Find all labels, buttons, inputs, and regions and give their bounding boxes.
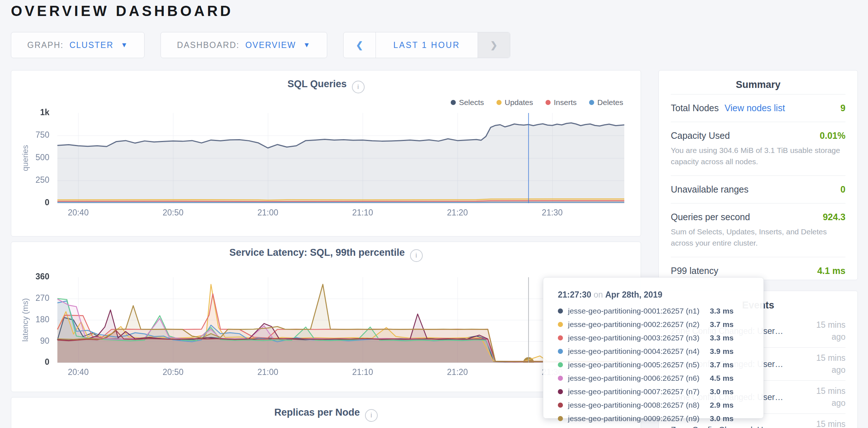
graph-dropdown-value: CLUSTER [69, 40, 113, 50]
tooltip-row: jesse-geo-partitioning-0005:26257 (n5) 3… [558, 358, 748, 371]
summary-title: Summary [671, 70, 845, 94]
time-window-label: LAST 1 HOUR [393, 40, 460, 50]
series-dot [558, 376, 563, 381]
summary-value: 9 [840, 103, 845, 113]
tooltip-row: jesse-geo-partitioning-0001:26257 (n1) 3… [558, 304, 748, 318]
tooltip-row: jesse-geo-partitioning-0006:26257 (n6) 4… [558, 371, 748, 385]
event-time: 15 mins ago [809, 319, 845, 343]
time-window-selector: ❮ LAST 1 HOUR ❯ [343, 32, 510, 58]
summary-panel: Summary Total Nodes View nodes list 9 Ca… [658, 70, 858, 280]
dashboard-dropdown-value: OVERVIEW [245, 40, 296, 50]
overview-dashboard-page: OVERVIEW DASHBOARD GRAPH: CLUSTER ▼ DASH… [0, 0, 868, 428]
series-dot [558, 349, 563, 354]
summary-label: Total Nodes [671, 103, 719, 113]
caret-down-icon: ▼ [303, 41, 311, 49]
series-dot [558, 308, 563, 314]
tooltip-row: jesse-geo-partitioning-0004:26257 (n4) 3… [558, 344, 748, 358]
event-time: 15 mins ago [809, 385, 845, 409]
series-dot [558, 335, 563, 340]
chevron-right-icon: ❯ [490, 40, 498, 50]
series-dot [558, 362, 563, 367]
tooltip-row: jesse-geo-partitioning-0008:26257 (n8) 2… [558, 398, 748, 412]
graph-dropdown[interactable]: GRAPH: CLUSTER ▼ [11, 32, 145, 58]
view-nodes-list-link[interactable]: View nodes list [725, 103, 785, 113]
summary-row-total-nodes: Total Nodes View nodes list 9 [671, 94, 845, 122]
summary-label: P99 latency [671, 266, 718, 276]
event-text: Zone Config Changed: User… [671, 425, 809, 428]
summary-label: Unavailable ranges [671, 184, 749, 195]
summary-row-unavailable: Unavailable ranges 0 [671, 175, 845, 203]
summary-row-capacity: Capacity Used 0.01% You are using 304.6 … [671, 122, 845, 175]
summary-row-qps: Queries per second 924.3 Sum of Selects,… [671, 203, 845, 257]
page-title: OVERVIEW DASHBOARD [11, 3, 233, 19]
tooltip-row: jesse-geo-partitioning-0009:26257 (n9) 3… [558, 412, 748, 425]
chart-hover-tooltip: 21:27:30 on Apr 28th, 2019 jesse-geo-par… [543, 277, 764, 419]
tooltip-row: jesse-geo-partitioning-0002:26257 (n2) 3… [558, 318, 748, 331]
series-dot [558, 416, 563, 421]
summary-value: 0 [840, 184, 845, 195]
chevron-left-icon: ❮ [356, 40, 363, 50]
series-dot [558, 322, 563, 327]
summary-subtext: Sum of Selects, Updates, Inserts, and De… [671, 226, 845, 249]
tooltip-timestamp: 21:27:30 on Apr 28th, 2019 [558, 290, 748, 300]
dashboard-dropdown-label: DASHBOARD: [177, 40, 239, 50]
time-back-button[interactable]: ❮ [344, 32, 376, 58]
dashboard-dropdown[interactable]: DASHBOARD: OVERVIEW ▼ [161, 32, 327, 58]
caret-down-icon: ▼ [121, 41, 129, 49]
summary-value: 924.3 [823, 212, 845, 222]
graph-dropdown-label: GRAPH: [27, 40, 64, 50]
controls-bar: GRAPH: CLUSTER ▼ DASHBOARD: OVERVIEW ▼ ❮… [11, 32, 510, 58]
sql-queries-chart-canvas[interactable] [11, 70, 641, 237]
time-forward-button[interactable]: ❯ [478, 32, 510, 58]
summary-subtext: You are using 304.6 MiB of 3.1 TiB usabl… [671, 145, 845, 167]
series-dot [558, 389, 563, 394]
summary-label: Queries per second [671, 212, 750, 222]
summary-value: 0.01% [820, 130, 845, 141]
sql-queries-card: SQL Queriesi Selects Updates Inserts Del… [11, 70, 641, 237]
tooltip-row: jesse-geo-partitioning-0007:26257 (n7) 3… [558, 385, 748, 398]
tooltip-row: jesse-geo-partitioning-0003:26257 (n3) 3… [558, 331, 748, 344]
event-time: 15 mins ago [809, 418, 845, 428]
summary-value: 4.1 ms [817, 266, 845, 276]
time-window-button[interactable]: LAST 1 HOUR [376, 32, 478, 58]
series-dot [558, 403, 563, 408]
summary-label: Capacity Used [671, 130, 730, 141]
info-icon[interactable]: i [365, 409, 378, 422]
event-time: 15 mins ago [809, 352, 845, 376]
